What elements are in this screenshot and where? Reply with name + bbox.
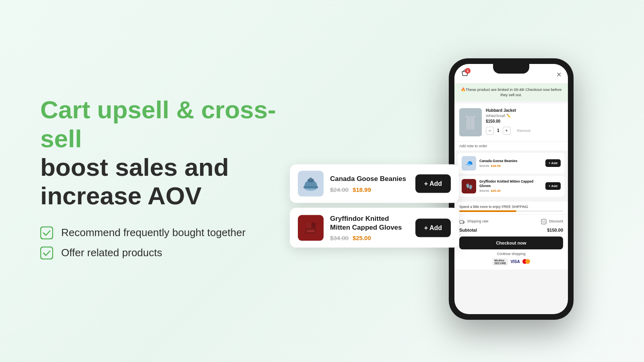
cart-icon-wrap: 1: [461, 70, 469, 79]
crosssell-name-1: Canada Goose Beanies: [479, 159, 542, 163]
headline-line1: Cart upsell & cross-sell: [40, 96, 276, 152]
crosssell-item-1: 🧢 Canada Goose Beanies $24.00 $18.99 + A…: [458, 153, 565, 174]
checkout-now-button[interactable]: Checkout now: [459, 237, 563, 249]
right-panel: Canada Goose Beanies $24.00 $18.99 + Add…: [306, 0, 644, 362]
original-price-1: $24.00: [330, 186, 349, 193]
phone-screen: 1 ✕ 🔥These product are limited in 09:48!…: [454, 64, 568, 314]
remove-link[interactable]: Remove: [517, 129, 531, 133]
phone-notch: [493, 64, 529, 74]
checkmark-icon-1: [40, 226, 53, 239]
main-headline: Cart upsell & cross-sell boost sales and…: [40, 95, 282, 210]
checklist-text-1: Recommend frequently bought together: [61, 226, 246, 239]
headline-line2: boost sales and: [40, 153, 229, 181]
subtotal-value: $150.00: [547, 228, 563, 232]
sale-price-1: $18.99: [353, 186, 371, 193]
payment-icons: McAfeeSECURE VISA: [459, 258, 563, 265]
phone-mockup: 1 ✕ 🔥These product are limited in 09:48!…: [449, 58, 574, 320]
crosssell-name-2: Gryffindor Knitted Mitten Capped Gloves: [479, 179, 542, 188]
free-shipping-bar: Spend a little more to enjoy FREE SHIPPI…: [454, 201, 568, 214]
svg-rect-10: [460, 220, 463, 223]
mastercard-badge: [522, 259, 530, 265]
subtotal-row: Subtotal $150.00: [459, 228, 563, 232]
free-shipping-text: Spend a little more to enjoy FREE SHIPPI…: [459, 205, 528, 209]
svg-point-4: [310, 178, 312, 180]
visa-badge: VISA: [510, 259, 520, 264]
qty-value: 1: [497, 128, 500, 133]
crosssell-info-2: Gryffindor Knitted Mitten Capped Gloves …: [479, 179, 542, 193]
crosssell-sale-2: $25.00: [491, 189, 500, 193]
product-name-1: Canada Goose Beanies: [330, 175, 409, 183]
crosssell-orig-2: $34.00: [479, 189, 489, 193]
add-button-2[interactable]: + Add: [415, 218, 451, 237]
original-price-2: $34.00: [330, 234, 349, 241]
product-name-2: Gryffindor Knitted Mitten Capped Gloves: [330, 214, 409, 232]
svg-rect-9: [307, 230, 315, 232]
svg-rect-0: [41, 227, 53, 239]
product-card-1: Canada Goose Beanies $24.00 $18.99 + Add: [290, 165, 459, 203]
svg-rect-5: [303, 186, 318, 189]
crosssell-orig-1: $24.00: [479, 164, 489, 168]
svg-point-12: [463, 223, 464, 224]
shipping-progress-fill: [459, 210, 516, 212]
floating-product-cards: Canada Goose Beanies $24.00 $18.99 + Add…: [290, 165, 459, 248]
product-info-1: Canada Goose Beanies $24.00 $18.99: [330, 175, 409, 193]
cart-item: Hubbard Jacket White/Small ✏️ $150.00 − …: [454, 103, 568, 141]
crosssell-section: 🧢 Canada Goose Beanies $24.00 $18.99 + A…: [454, 150, 568, 201]
add-note-link[interactable]: Add note to order: [454, 141, 568, 150]
continue-shopping-link[interactable]: Continue shopping: [459, 252, 563, 256]
cart-header-left: 1: [461, 70, 469, 79]
crosssell-image-1: 🧢: [462, 156, 476, 171]
product-image-beanie: [298, 171, 324, 197]
cart-item-name: Hubbard Jacket: [486, 108, 563, 113]
cart-item-price: $150.00: [486, 119, 563, 123]
product-prices-2: $34.00 $25.00: [330, 234, 409, 241]
crosssell-sale-1: $18.99: [491, 164, 500, 168]
cart-footer: Shipping rate Discount Subtotal $150.00 …: [454, 214, 568, 269]
checklist-item-1: Recommend frequently bought together: [40, 226, 282, 239]
shipping-progress-bar: [459, 210, 563, 212]
mcafee-badge: McAfeeSECURE: [492, 258, 508, 265]
feature-list: Recommend frequently bought together Off…: [40, 226, 282, 259]
headline-line3: increase AOV: [40, 182, 202, 210]
crosssell-add-button-1[interactable]: + Add: [545, 159, 561, 167]
product-info-2: Gryffindor Knitted Mitten Capped Gloves …: [330, 214, 409, 241]
checkmark-icon-2: [40, 247, 53, 259]
crosssell-item-2: 🧤 Gryffindor Knitted Mitten Capped Glove…: [458, 176, 565, 197]
product-prices-1: $24.00 $18.99: [330, 186, 409, 193]
crosssell-prices-1: $24.00 $18.99: [479, 164, 542, 168]
add-button-1[interactable]: + Add: [415, 175, 451, 193]
sale-price-2: $25.00: [353, 234, 371, 241]
qty-controls: − 1 + Remove: [486, 127, 563, 135]
cart-item-details: Hubbard Jacket White/Small ✏️ $150.00 − …: [486, 108, 563, 136]
qty-decrease-button[interactable]: −: [486, 127, 494, 135]
cart-item-image: [459, 108, 482, 136]
svg-rect-1: [41, 247, 53, 259]
checklist-item-2: Offer related products: [40, 247, 282, 259]
product-image-gloves: [298, 215, 324, 241]
crosssell-add-button-2[interactable]: + Add: [545, 182, 561, 190]
checklist-text-2: Offer related products: [61, 247, 162, 259]
crosssell-image-2: 🧤: [462, 179, 476, 193]
product-card-2: Gryffindor Knitted Mitten Capped Gloves …: [290, 208, 459, 248]
shipping-rate-label: Shipping rate: [459, 219, 489, 224]
close-cart-button[interactable]: ✕: [556, 71, 561, 78]
cart-item-variant: White/Small ✏️: [486, 114, 563, 118]
svg-point-11: [460, 223, 461, 224]
discount-label: Discount: [541, 219, 563, 224]
crosssell-info-1: Canada Goose Beanies $24.00 $18.99: [479, 159, 542, 168]
urgency-banner: 🔥These product are limited in 09:48! Che…: [454, 84, 568, 101]
cart-actions-row: Shipping rate Discount: [459, 219, 563, 224]
subtotal-label: Subtotal: [459, 228, 477, 232]
qty-increase-button[interactable]: +: [503, 127, 511, 135]
cart-badge: 1: [465, 68, 471, 74]
crosssell-prices-2: $34.00 $25.00: [479, 189, 542, 193]
left-panel: Cart upsell & cross-sell boost sales and…: [0, 63, 306, 298]
